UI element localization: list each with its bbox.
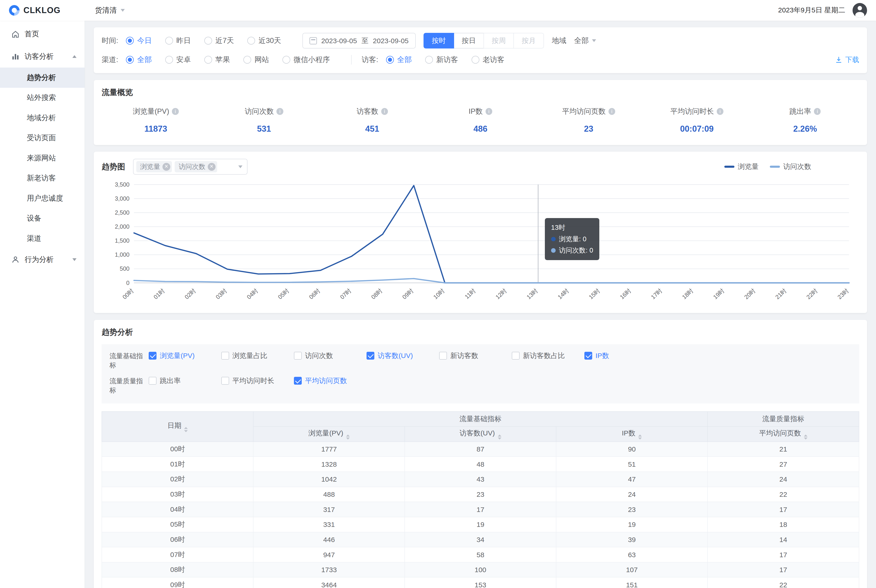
channel-option-label: 网站 xyxy=(254,55,269,64)
user-avatar[interactable] xyxy=(852,3,867,18)
table-row[interactable]: 03时488232422 xyxy=(102,487,859,502)
table-row[interactable]: 04时317172317 xyxy=(102,502,859,517)
sidebar-item-9[interactable]: 设备 xyxy=(0,208,85,229)
sidebar-item-5[interactable]: 受访页面 xyxy=(0,128,85,148)
table-row[interactable]: 02时1042434724 xyxy=(102,472,859,487)
table-row[interactable]: 07时947586317 xyxy=(102,547,859,562)
metric-label: 跳出率 xyxy=(789,106,811,116)
sidebar-item-2[interactable]: 趋势分析 xyxy=(0,68,85,88)
metric-checkbox[interactable]: IP数 xyxy=(584,351,657,360)
legend-item[interactable]: 浏览量 xyxy=(724,162,759,171)
column-header[interactable]: 浏览量(PV) xyxy=(253,426,405,442)
metric-checkbox[interactable]: 新访客数 xyxy=(439,351,512,360)
column-header[interactable]: IP数 xyxy=(556,426,708,442)
sidebar-item-4[interactable]: 地域分析 xyxy=(0,108,85,128)
channel-option-label: 微信小程序 xyxy=(294,55,330,64)
channel-option-4[interactable]: 微信小程序 xyxy=(282,55,330,64)
metric-checkbox[interactable]: 访客数(UV) xyxy=(366,351,439,360)
column-header-date[interactable]: 日期 xyxy=(102,411,253,442)
metric-label: 访问次数 xyxy=(245,106,274,116)
svg-text:19时: 19时 xyxy=(712,288,726,300)
time-option-1[interactable]: 昨日 xyxy=(165,36,191,45)
column-header[interactable]: 访客数(UV) xyxy=(405,426,556,442)
table-cell: 331 xyxy=(253,517,405,532)
sidebar-item-label: 用户忠诚度 xyxy=(27,194,63,203)
info-icon[interactable]: i xyxy=(717,108,723,115)
metric-multiselect[interactable]: 浏览量×访问次数× xyxy=(133,159,248,174)
date-range-picker[interactable]: 2023-09-05 至 2023-09-05 xyxy=(302,33,416,48)
sidebar-item-11[interactable]: 行为分析 xyxy=(0,249,85,271)
channel-option-3[interactable]: 网站 xyxy=(243,55,269,64)
metric-checkbox[interactable]: 新访客数占比 xyxy=(512,351,584,360)
sidebar-item-10[interactable]: 渠道 xyxy=(0,228,85,249)
time-option-0[interactable]: 今日 xyxy=(126,36,152,45)
svg-text:17时: 17时 xyxy=(650,288,663,300)
channel-option-0[interactable]: 全部 xyxy=(126,55,152,64)
time-option-2[interactable]: 近7天 xyxy=(204,36,234,45)
granularity-button-2[interactable]: 按周 xyxy=(483,33,514,48)
table-cell: 90 xyxy=(556,442,708,457)
granularity-button-3[interactable]: 按月 xyxy=(513,33,544,48)
info-icon[interactable]: i xyxy=(486,108,492,115)
sidebar-item-8[interactable]: 用户忠诚度 xyxy=(0,188,85,208)
sidebar-item-1[interactable]: 访客分析 xyxy=(0,45,85,68)
project-selector[interactable]: 货清清 xyxy=(95,6,125,15)
close-icon[interactable]: × xyxy=(208,163,216,171)
info-icon[interactable]: i xyxy=(814,108,820,115)
channel-option-1[interactable]: 安卓 xyxy=(165,55,191,64)
region-select[interactable]: 全部 xyxy=(574,36,596,45)
table-cell: 14 xyxy=(708,532,859,548)
close-icon[interactable]: × xyxy=(162,163,170,171)
sort-icon xyxy=(184,427,188,432)
info-icon[interactable]: i xyxy=(276,108,283,115)
time-option-3[interactable]: 近30天 xyxy=(247,36,281,45)
svg-text:0: 0 xyxy=(126,280,130,286)
table-cell: 24 xyxy=(708,472,859,487)
metric-checkbox[interactable]: 访问次数 xyxy=(294,351,366,360)
table-cell: 1733 xyxy=(253,562,405,578)
metric-checkbox[interactable]: 浏览量占比 xyxy=(221,351,294,360)
metric-value: 2.26% xyxy=(793,124,817,134)
info-icon[interactable]: i xyxy=(609,108,615,115)
granularity-button-1[interactable]: 按日 xyxy=(454,33,484,48)
table-cell: 1042 xyxy=(253,472,405,487)
metric-checkbox[interactable]: 平均访问时长 xyxy=(221,376,294,386)
sidebar-item-6[interactable]: 来源网站 xyxy=(0,148,85,168)
sidebar-item-label: 行为分析 xyxy=(25,255,54,264)
svg-text:01时: 01时 xyxy=(152,288,166,300)
legend-marker xyxy=(724,166,735,168)
granularity-button-0[interactable]: 按时 xyxy=(423,33,454,48)
legend-item[interactable]: 访问次数 xyxy=(770,162,811,171)
channel-option-2[interactable]: 苹果 xyxy=(204,55,230,64)
table-cell: 07时 xyxy=(102,547,253,562)
metric-checkbox[interactable]: 浏览量(PV) xyxy=(148,351,221,360)
visitor-option-0[interactable]: 全部 xyxy=(386,55,412,64)
metric-checkbox[interactable]: 跳出率 xyxy=(148,376,221,386)
current-date: 2023年9月5日 星期二 xyxy=(778,6,845,15)
info-icon[interactable]: i xyxy=(172,108,178,115)
metric-checkbox[interactable]: 平均访问页数 xyxy=(294,376,366,386)
sidebar-item-0[interactable]: 首页 xyxy=(0,23,85,45)
sidebar-item-3[interactable]: 站外搜索 xyxy=(0,88,85,108)
visitor-option-1[interactable]: 新访客 xyxy=(425,55,458,64)
metric-label: 浏览量(PV) xyxy=(133,106,169,116)
visitor-option-2[interactable]: 老访客 xyxy=(471,55,504,64)
sidebar-item-label: 访客分析 xyxy=(25,52,54,62)
svg-text:3,500: 3,500 xyxy=(115,181,130,188)
info-icon[interactable]: i xyxy=(381,108,388,115)
metric-group-label: 流量基础指标 xyxy=(110,351,148,370)
checkbox-icon xyxy=(221,352,229,360)
sidebar-item-7[interactable]: 新老访客 xyxy=(0,168,85,188)
table-row[interactable]: 08时173310010717 xyxy=(102,562,859,578)
table-row[interactable]: 00时1777879021 xyxy=(102,442,859,457)
visitor-filter-label: 访客: xyxy=(362,55,378,64)
table-cell: 17 xyxy=(708,547,859,562)
table-row[interactable]: 05时331191918 xyxy=(102,517,859,532)
table-row[interactable]: 09时346415315122 xyxy=(102,577,859,588)
download-button[interactable]: 下载 xyxy=(835,55,859,64)
table-row[interactable]: 01时1328485127 xyxy=(102,457,859,472)
svg-text:13时: 13时 xyxy=(525,288,539,300)
table-row[interactable]: 06时446343914 xyxy=(102,532,859,548)
line-chart[interactable]: 05001,0001,5002,0002,5003,0003,50000时01时… xyxy=(102,178,859,311)
column-header[interactable]: 平均访问页数 xyxy=(708,426,859,442)
